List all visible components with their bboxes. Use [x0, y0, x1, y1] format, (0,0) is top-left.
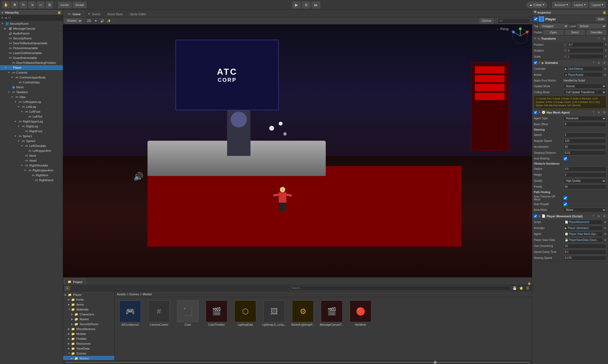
project-folder-arrow[interactable]: ▶	[68, 342, 71, 345]
hierarchy-item-arrow[interactable]: ▼	[8, 71, 11, 74]
filter-btn[interactable]: ☰	[525, 285, 530, 291]
scale-tool-btn[interactable]: ⇲	[28, 1, 36, 8]
hierarchy-item-righthand[interactable]: 🎮RightHand	[0, 178, 63, 183]
hierarchy-lock-icon[interactable]: 🔒	[57, 11, 61, 14]
hierarchy-item-audioparent[interactable]: 🔊AudioParent⋮	[0, 31, 63, 36]
asset-item-0[interactable]: 🎮AllConditions2	[118, 300, 142, 326]
hierarchy-item-lefttoe[interactable]: 🎮LeftToe	[0, 114, 63, 119]
transform-header[interactable]: ▼ ⊹ Transform ? ⚙	[532, 36, 608, 42]
scale-x-input[interactable]	[567, 54, 604, 59]
add-asset-btn[interactable]: +	[65, 286, 70, 291]
agent-type-select[interactable]: Humanoid	[563, 116, 606, 121]
hierarchy-item-arrow[interactable]: ▼	[17, 105, 21, 108]
nav-mesh-header[interactable]: ▼ 🧭 Nav Mesh Agent ? ⊕ ⚙	[532, 109, 608, 115]
animator-active-checkbox[interactable]	[534, 61, 537, 64]
hierarchy-item-more-btn[interactable]: ⋮	[59, 66, 62, 69]
pm-animator-link[interactable]: ⊕	[604, 226, 606, 230]
hierarchy-item-doortomarketinteractable[interactable]: 🎮DoorToMarketInteractable⋮	[0, 41, 63, 46]
stopping-distance-input[interactable]	[563, 150, 606, 155]
project-folder-arrow[interactable]: ▶	[68, 332, 71, 335]
hierarchy-item-leftupperleg[interactable]: ▼🎮LeftUpperLeg	[0, 99, 63, 104]
hierarchy-item-arrow[interactable]: ▼	[8, 91, 11, 93]
save-scene-btn[interactable]: 💾	[512, 285, 517, 291]
hierarchy-item-more-btn[interactable]: ⋮	[59, 32, 62, 35]
hierarchy-item-leftshoulder[interactable]: ▼🎮LeftShoulder	[0, 143, 63, 148]
layer-select[interactable]: Default	[577, 24, 606, 29]
hierarchy-item-arrow[interactable]: ▼	[1, 22, 5, 25]
hierarchy-item-rightshoulder[interactable]: ▼🎮RightShoulder	[0, 163, 63, 168]
rect-tool-btn[interactable]: ▭	[37, 1, 45, 8]
project-folder-securityroom[interactable]: ▶📁SecurityRoom	[63, 322, 114, 327]
avatar-ref[interactable]: ★ PlayerAvatar	[563, 72, 603, 77]
hierarchy-item-arrow[interactable]: ▶	[4, 27, 8, 30]
slider-track[interactable]	[65, 362, 530, 363]
project-folder-resources[interactable]: ▶📁Resources	[63, 341, 114, 346]
select-prefab-btn[interactable]: Select	[565, 30, 585, 35]
global-dropdown[interactable]: Global	[73, 2, 86, 8]
hierarchy-item-controls[interactable]: ▼🎮Controls	[0, 70, 63, 75]
acceleration-input[interactable]	[563, 145, 606, 149]
project-folder-arrow[interactable]: ▶	[68, 328, 71, 330]
hierarchy-item-securityroom[interactable]: 🎮SecurityRoom⋮	[0, 36, 63, 41]
slowing-speed-input[interactable]	[563, 256, 606, 261]
project-folder-arrow[interactable]: ▶	[71, 357, 74, 360]
project-folder-arrow[interactable]: ▼	[68, 308, 71, 311]
project-folder-arrow[interactable]: ▶	[65, 293, 68, 296]
hierarchy-item-rightarm[interactable]: 🎮RightArm	[0, 173, 63, 178]
hierarchy-item-leftfoot[interactable]: ▼🎮LeftFoot	[0, 109, 63, 114]
hierarchy-item-messagecanvas[interactable]: ▶🖼MessageCanvas⋮	[0, 26, 63, 31]
lighting-btn[interactable]: ☀	[93, 18, 98, 24]
hierarchy-item-arrow[interactable]: ▼	[11, 76, 15, 79]
animator-help-btn[interactable]: ?	[591, 61, 596, 65]
controller-ref[interactable]: ▶ ClickToMove	[563, 66, 603, 71]
transform-help-btn[interactable]: ?	[597, 36, 601, 41]
audio-btn[interactable]: 🔊	[99, 18, 105, 24]
pm-help-btn[interactable]: ?	[591, 214, 596, 218]
project-folder-arrow[interactable]: ▶	[68, 298, 71, 301]
base-offset-input[interactable]	[563, 122, 606, 127]
asset-item-4[interactable]: ⬡LightingData	[233, 300, 258, 326]
hand-tool-btn[interactable]: ✋	[2, 1, 10, 8]
hierarchy-search-input[interactable]	[8, 16, 62, 19]
project-folder-arrow[interactable]: ▶	[71, 318, 74, 321]
hierarchy-item-rightleg[interactable]: ▼🎮RightLeg	[0, 124, 63, 129]
hierarchy-item-spine1[interactable]: ▼🎮Spine1	[0, 134, 63, 139]
pm-ref-btn[interactable]: ⊕	[597, 214, 601, 218]
project-folder-savedata[interactable]: ▶📁SaveData	[63, 346, 114, 351]
transform-tool-btn[interactable]: ⊞	[46, 1, 53, 8]
script-link-icon[interactable]: ⊕	[604, 220, 606, 224]
hierarchy-item-head[interactable]: 🎮Head	[0, 158, 63, 163]
script-ref[interactable]: 📄 PlayerMovement	[563, 220, 603, 225]
hierarchy-item-hips[interactable]: ▼🎮Hips	[0, 95, 63, 99]
hierarchy-item-lasergridinteractable[interactable]: 🎮LaserGridInteractable⋮	[0, 51, 63, 55]
hierarchy-item-arrow[interactable]: ▼	[17, 125, 21, 128]
auto-repath-checkbox[interactable]	[563, 202, 567, 206]
avatar-link-icon[interactable]: ⊕	[604, 73, 606, 77]
project-folder-market[interactable]: ▶📁Market	[63, 317, 114, 322]
controller-link-icon[interactable]: ⊕	[604, 67, 606, 71]
transform-settings-btn[interactable]: ⚙	[602, 36, 606, 41]
auto-braking-checkbox[interactable]	[563, 157, 567, 161]
fx-btn[interactable]: ✨	[106, 18, 111, 24]
update-mode-select[interactable]: Normal	[563, 84, 606, 89]
hierarchy-item-player[interactable]: ▼🎮Player⋮	[0, 65, 63, 70]
hierarchy-item-more-btn[interactable]: ⋮	[59, 22, 62, 25]
hierarchy-item-arrow[interactable]: ▼	[14, 101, 18, 103]
tab-scene[interactable]: ✦ Scene	[84, 11, 104, 17]
hierarchy-item-spine2[interactable]: ▼🎮Spine2	[0, 139, 63, 143]
asset-item-5[interactable]: 🖼Lightmap-0_comp...	[262, 300, 286, 326]
hierarchy-item-skeleton[interactable]: ▼🎮Skeleton	[0, 90, 63, 95]
culling-mode-select[interactable]: Cull Update Transforms	[563, 90, 606, 95]
hierarchy-item-pictureinteractable[interactable]: 🎮PictureInteractable⋮	[0, 46, 63, 51]
hierarchy-item-more-btn[interactable]: ⋮	[59, 57, 62, 59]
2d-button[interactable]: 2D	[86, 18, 92, 24]
collab-button[interactable]: ☁ Collab ▾	[526, 2, 547, 8]
turn-smoothing-input[interactable]	[563, 244, 606, 249]
project-folder-characters[interactable]: ▶📁Characters	[63, 312, 114, 317]
move-tool-btn[interactable]: ✥	[11, 1, 18, 8]
quality-select[interactable]: High Quality	[563, 178, 606, 183]
tab-project[interactable]: 📁 Project	[64, 278, 86, 285]
star-btn[interactable]: ⭐	[518, 285, 524, 291]
pm-save-ref[interactable]: 💾 PlayerSaveData (Save...	[563, 238, 603, 243]
project-folder-scenes[interactable]: ▼📁Scenes	[63, 351, 114, 356]
